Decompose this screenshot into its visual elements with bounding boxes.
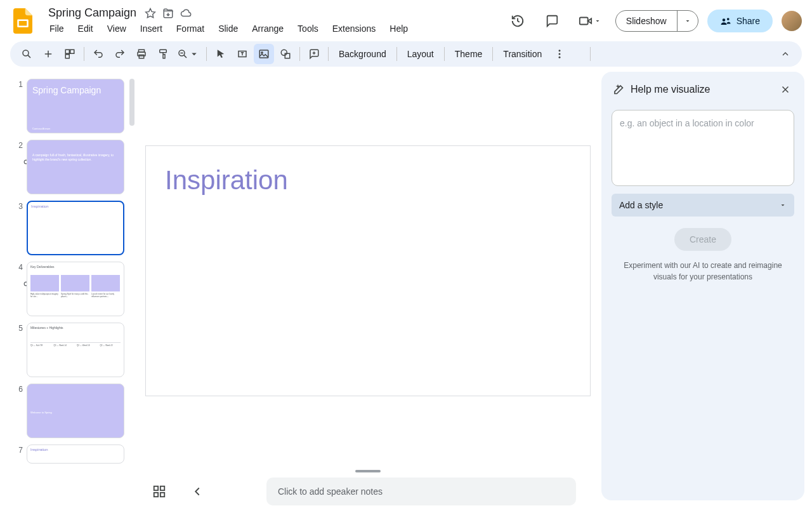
slide-canvas[interactable]: Inspiration — [145, 145, 591, 396]
search-icon[interactable] — [16, 44, 37, 64]
comments-icon[interactable] — [539, 8, 565, 34]
panel-hint: Experiment with our AI to create and rei… — [612, 260, 794, 283]
help-me-visualize-panel: Help me visualize Add a style Create Exp… — [601, 72, 804, 500]
menu-edit[interactable]: Edit — [72, 21, 100, 36]
menu-file[interactable]: File — [43, 21, 70, 36]
svg-point-7 — [23, 50, 29, 56]
menu-view[interactable]: View — [101, 21, 133, 36]
slide-thumb-1[interactable]: Spring Campaign Contoso A team — [27, 79, 124, 133]
svg-rect-37 — [160, 486, 164, 490]
close-icon[interactable] — [776, 81, 794, 98]
slide-thumb-3[interactable]: Inspiration — [27, 201, 124, 255]
menu-tools[interactable]: Tools — [291, 21, 325, 36]
slide-thumb-2[interactable]: A campaign full of fresh, fantastical, i… — [27, 140, 124, 194]
svg-rect-26 — [285, 53, 290, 58]
svg-rect-39 — [160, 493, 164, 497]
slideshow-dropdown[interactable] — [678, 11, 698, 31]
svg-rect-13 — [65, 55, 69, 58]
svg-point-31 — [559, 57, 561, 58]
collapse-toolbar-icon[interactable] — [775, 44, 796, 64]
meet-button[interactable] — [573, 10, 606, 32]
svg-rect-11 — [65, 50, 69, 53]
document-title[interactable]: Spring Campaign — [46, 5, 139, 21]
svg-point-6 — [727, 18, 730, 20]
slide-number: 3 — [14, 201, 23, 255]
toolbar: Background Layout Theme Transition — [10, 41, 802, 67]
layout-grid-icon[interactable] — [60, 44, 80, 64]
slideshow-button[interactable]: Slideshow — [616, 11, 678, 31]
svg-line-19 — [184, 55, 187, 58]
create-button[interactable]: Create — [674, 228, 731, 251]
svg-point-30 — [559, 53, 561, 55]
svg-rect-3 — [580, 17, 588, 24]
star-icon[interactable] — [144, 7, 157, 20]
svg-rect-12 — [70, 50, 74, 53]
cloud-icon[interactable] — [180, 7, 192, 20]
slide-thumb-4[interactable]: Key Deliverables High-value multipurpose… — [27, 262, 124, 316]
svg-marker-2 — [146, 8, 155, 17]
menu-slide[interactable]: Slide — [212, 21, 244, 36]
menu-format[interactable]: Format — [170, 21, 211, 36]
move-icon[interactable] — [162, 7, 174, 20]
slide-thumb-7[interactable]: Inspiration — [27, 444, 124, 464]
filmstrip[interactable]: 1 Spring Campaign Contoso A team 2 A cam… — [0, 72, 134, 508]
svg-point-29 — [559, 50, 561, 51]
share-label: Share — [737, 16, 760, 26]
slide-thumb-5[interactable]: Milestones + Highlights Q1 — Kick Off Q2… — [27, 323, 124, 377]
redo-icon[interactable] — [110, 44, 130, 64]
menu-insert[interactable]: Insert — [134, 21, 169, 36]
menu-help[interactable]: Help — [383, 21, 414, 36]
svg-point-5 — [722, 18, 725, 22]
speaker-notes-resize-handle[interactable] — [355, 470, 381, 472]
slide-number: 1 — [14, 79, 23, 133]
menu-extensions[interactable]: Extensions — [326, 21, 382, 36]
share-button[interactable]: Share — [707, 10, 773, 32]
explore-icon[interactable] — [190, 485, 204, 498]
svg-rect-1 — [19, 21, 27, 26]
zoom-icon[interactable] — [174, 44, 202, 64]
print-icon[interactable] — [131, 44, 152, 64]
svg-rect-36 — [154, 486, 158, 490]
more-icon[interactable] — [549, 44, 570, 64]
sparkle-pencil-icon — [612, 83, 624, 97]
undo-icon[interactable] — [88, 44, 108, 64]
slide-number: 7 — [14, 444, 23, 464]
speaker-notes-input[interactable]: Click to add speaker notes — [266, 478, 576, 505]
theme-button[interactable]: Theme — [449, 45, 489, 63]
grid-view-icon[interactable] — [152, 485, 166, 498]
svg-point-25 — [281, 50, 287, 55]
textbox-icon[interactable] — [232, 44, 252, 64]
select-icon[interactable] — [211, 44, 231, 64]
background-button[interactable]: Background — [332, 45, 393, 63]
prompt-input[interactable] — [620, 118, 786, 178]
comment-add-icon[interactable] — [304, 44, 324, 64]
slide-title[interactable]: Inspiration — [165, 165, 288, 196]
svg-line-8 — [28, 55, 30, 58]
paint-format-icon[interactable] — [153, 44, 173, 64]
svg-rect-38 — [154, 493, 158, 497]
panel-title: Help me visualize — [631, 84, 770, 95]
image-icon[interactable] — [254, 44, 274, 64]
svg-point-24 — [261, 52, 263, 53]
menu-arrange[interactable]: Arrange — [246, 21, 290, 36]
slide-number: 5 — [14, 323, 23, 377]
slide-number: 4 — [14, 262, 23, 316]
style-dropdown[interactable]: Add a style — [612, 194, 794, 217]
history-icon[interactable] — [505, 8, 530, 34]
new-slide-icon[interactable] — [38, 44, 58, 64]
slide-thumb-6[interactable]: Welcome to Spring — [27, 384, 124, 438]
slide-number: 2 — [14, 140, 23, 194]
avatar[interactable] — [782, 11, 802, 31]
shape-icon[interactable] — [275, 44, 296, 64]
transition-button[interactable]: Transition — [497, 45, 548, 63]
layout-button[interactable]: Layout — [401, 45, 440, 63]
slides-logo[interactable] — [10, 8, 36, 34]
slide-number: 6 — [14, 384, 23, 438]
